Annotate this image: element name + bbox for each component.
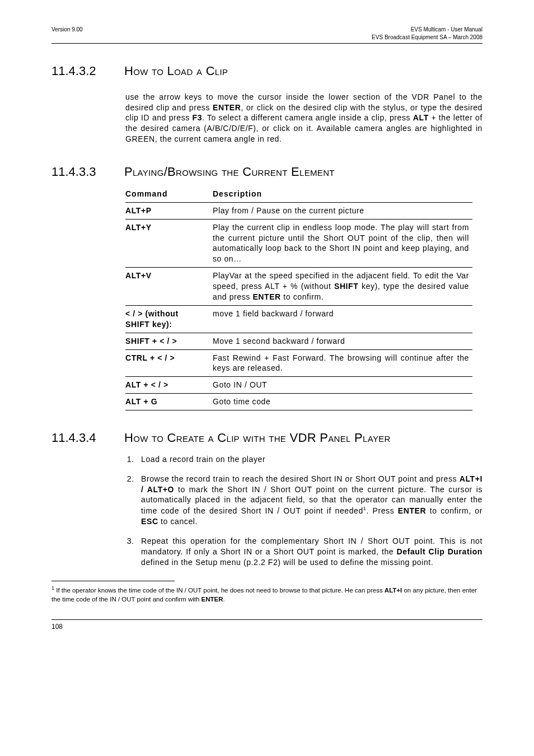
table-row: ALT+V PlayVar at the speed specified in … <box>125 268 472 306</box>
cmd-desc: Play from / Pause on the current picture <box>213 202 472 219</box>
list-item: Repeat this operation for the complement… <box>137 536 483 568</box>
section-1-number: 11.4.3.2 <box>51 63 105 80</box>
key-f3: F3 <box>193 113 203 122</box>
cmd-key: ALT + < / > <box>125 377 213 394</box>
list-item: Load a record train on the player <box>137 454 483 465</box>
cmd-desc: Play the current clip in endless loop mo… <box>213 219 472 268</box>
key-enter: ENTER <box>213 103 241 112</box>
footnote: 1 If the operator knows the time code of… <box>51 585 483 604</box>
section-2-heading: 11.4.3.3 Playing/Browsing the Current El… <box>51 164 483 180</box>
table-row: ALT + G Goto time code <box>125 394 472 410</box>
section-3-heading: 11.4.3.4 How to Create a Clip with the V… <box>51 430 483 446</box>
key-esc: ESC <box>141 517 158 526</box>
text: Browse the record train to reach the des… <box>141 474 460 483</box>
cmd-desc: PlayVar at the speed specified in the ad… <box>213 268 472 306</box>
page-number: 108 <box>51 622 483 631</box>
cmd-desc: Goto IN / OUT <box>213 377 472 394</box>
command-table: Command Description ALT+P Play from / Pa… <box>125 186 472 410</box>
header-right-line2: EVS Broadcast Equipment SA – March 2008 <box>372 34 483 41</box>
col-description: Description <box>213 186 472 202</box>
table-row: ALT + < / > Goto IN / OUT <box>125 377 472 394</box>
text: to confirm, or <box>426 506 483 515</box>
cmd-desc: Fast Rewind + Fast Forward. The browsing… <box>213 349 472 377</box>
table-row: ALT+Y Play the current clip in endless l… <box>125 219 472 268</box>
section-3-title: How to Create a Clip with the VDR Panel … <box>124 430 391 446</box>
cmd-key: ALT+P <box>125 202 213 219</box>
cmd-key: ALT+V <box>125 268 213 306</box>
table-row: CTRL + < / > Fast Rewind + Fast Forward.… <box>125 349 472 377</box>
table-row: ALT+P Play from / Pause on the current p… <box>125 202 472 219</box>
key-alt: ALT <box>413 113 429 122</box>
cmd-key: < / > (without SHIFT key): <box>125 305 213 333</box>
section-3-number: 11.4.3.4 <box>51 430 105 446</box>
text: to confirm. <box>281 292 324 301</box>
section-2-number: 11.4.3.3 <box>51 164 105 180</box>
section-2-title: Playing/Browsing the Current Element <box>124 164 335 180</box>
key-shift: SHIFT <box>334 282 358 291</box>
term-default-clip-duration: Default Clip Duration <box>397 547 483 556</box>
key-enter: ENTER <box>252 292 280 301</box>
header-row: Version 9.00 EVS Multicam - User Manual … <box>51 26 483 41</box>
text: to cancel. <box>158 517 198 526</box>
cmd-desc: Move 1 second backward / forward <box>213 333 472 349</box>
text: defined in the Setup menu (p.2.2 F2) wil… <box>141 558 433 567</box>
list-item: Browse the record train to reach the des… <box>137 474 483 527</box>
text: . Press <box>366 506 397 515</box>
table-row: < / > (without SHIFT key): move 1 field … <box>125 305 472 333</box>
cmd-key: ALT+Y <box>125 219 213 268</box>
key-enter: ENTER <box>202 596 223 603</box>
step-text: Load a record train on the player <box>141 455 265 464</box>
footnote-rule <box>51 581 175 581</box>
header-right-line1: EVS Multicam - User Manual <box>372 26 483 34</box>
col-command: Command <box>125 186 213 202</box>
text: . <box>223 596 225 603</box>
text: If the operator knows the time code of t… <box>54 587 385 594</box>
header-left: Version 9.00 <box>51 26 83 34</box>
key-enter: ENTER <box>398 506 426 515</box>
cmd-key: ALT + G <box>125 394 213 410</box>
cmd-key: CTRL + < / > <box>125 349 213 377</box>
cmd-desc: Goto time code <box>213 394 472 410</box>
key-alt-i: ALT+I <box>385 587 402 594</box>
table-header-row: Command Description <box>125 186 472 202</box>
section-1-title: How to Load a Clip <box>124 63 228 80</box>
cmd-key: SHIFT + < / > <box>125 333 213 349</box>
table-row: SHIFT + < / > Move 1 second backward / f… <box>125 333 472 349</box>
text: . To select a different camera angle ins… <box>202 113 413 122</box>
steps-list: Load a record train on the player Browse… <box>137 454 483 568</box>
header-right: EVS Multicam - User Manual EVS Broadcast… <box>372 26 483 41</box>
footer-rule <box>51 619 483 620</box>
header-rule <box>51 43 483 44</box>
section-1-heading: 11.4.3.2 How to Load a Clip <box>51 63 483 80</box>
cmd-desc: move 1 field backward / forward <box>213 305 472 333</box>
section-1-paragraph: use the arrow keys to move the cursor in… <box>125 92 483 144</box>
